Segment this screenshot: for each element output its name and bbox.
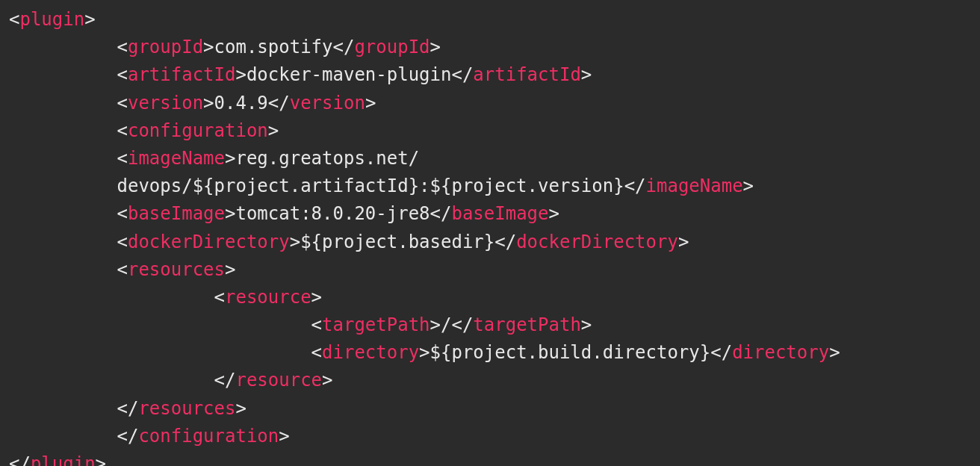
code-line: <configuration> xyxy=(9,117,971,145)
xml-bracket: < xyxy=(9,9,19,30)
xml-text: ${project.basedir} xyxy=(300,232,494,252)
indent xyxy=(9,259,117,280)
xml-bracket: </ xyxy=(451,64,473,85)
xml-tag: directory xyxy=(732,342,829,363)
xml-tag: resource xyxy=(235,370,322,391)
xml-tag: directory xyxy=(322,342,419,363)
xml-tag: configuration xyxy=(138,426,279,447)
xml-bracket: </ xyxy=(494,232,516,252)
xml-bracket: < xyxy=(214,287,225,308)
indent xyxy=(9,232,117,252)
xml-bracket: < xyxy=(117,259,128,280)
xml-bracket: </ xyxy=(430,203,452,224)
xml-bracket: > xyxy=(225,203,235,224)
xml-text: 0.4.9 xyxy=(214,93,268,114)
xml-bracket: > xyxy=(549,203,559,224)
xml-bracket: > xyxy=(96,453,106,466)
indent xyxy=(9,175,117,196)
code-line: </plugin> xyxy=(9,450,971,466)
xml-tag: targetPath xyxy=(322,314,430,335)
indent xyxy=(9,370,214,391)
xml-bracket: > xyxy=(743,175,754,196)
indent xyxy=(9,203,117,224)
xml-bracket: < xyxy=(117,37,128,58)
code-line: <artifactId>docker-maven-plugin</artifac… xyxy=(9,61,971,89)
xml-bracket: < xyxy=(311,314,322,335)
xml-tag: resources xyxy=(138,398,235,419)
xml-bracket: < xyxy=(117,203,128,224)
xml-bracket: </ xyxy=(710,342,732,363)
xml-text: tomcat:8.0.20-jre8 xyxy=(235,203,429,224)
indent xyxy=(9,314,311,335)
xml-tag: plugin xyxy=(31,453,96,466)
xml-tag: groupId xyxy=(354,37,429,58)
xml-bracket: </ xyxy=(268,93,290,114)
code-line: <imageName>reg.greatops.net/ xyxy=(9,145,971,173)
xml-bracket: > xyxy=(430,314,441,335)
code-block: <plugin> <groupId>com.spotify</groupId> … xyxy=(9,6,971,466)
xml-tag: targetPath xyxy=(473,314,581,335)
xml-bracket: > xyxy=(829,342,840,363)
xml-bracket: < xyxy=(117,64,128,85)
xml-bracket: < xyxy=(311,342,322,363)
xml-tag: dockerDirectory xyxy=(128,232,290,252)
code-line: </resources> xyxy=(9,395,971,423)
xml-tag: version xyxy=(290,93,365,114)
xml-bracket: > xyxy=(322,370,332,391)
xml-tag: plugin xyxy=(19,9,84,30)
xml-bracket: > xyxy=(225,259,235,280)
xml-text: com.spotify xyxy=(214,37,333,58)
code-line: <version>0.4.9</version> xyxy=(9,90,971,117)
xml-text: docker-maven-plugin xyxy=(246,64,452,85)
xml-tag: imageName xyxy=(646,175,743,196)
xml-bracket: </ xyxy=(451,314,473,335)
xml-tag: resource xyxy=(225,287,311,308)
code-line: <resource> xyxy=(9,284,971,311)
xml-tag: artifactId xyxy=(128,64,236,85)
xml-text: / xyxy=(441,314,451,335)
code-line: <targetPath>/</targetPath> xyxy=(9,311,971,339)
xml-bracket: < xyxy=(117,93,128,114)
xml-tag: groupId xyxy=(128,37,203,58)
xml-bracket: </ xyxy=(9,453,31,466)
code-line: <directory>${project.build.directory}</d… xyxy=(9,339,971,367)
indent xyxy=(9,287,214,308)
xml-bracket: > xyxy=(84,9,95,30)
xml-bracket: > xyxy=(203,37,214,58)
xml-bracket: </ xyxy=(214,370,236,391)
code-line: <groupId>com.spotify</groupId> xyxy=(9,34,971,61)
indent xyxy=(9,37,117,58)
xml-bracket: </ xyxy=(624,175,646,196)
xml-bracket: > xyxy=(678,232,689,252)
code-line: </configuration> xyxy=(9,423,971,450)
xml-bracket: > xyxy=(268,120,279,141)
xml-tag: resources xyxy=(128,259,225,280)
code-line: <resources> xyxy=(9,256,971,284)
xml-tag: imageName xyxy=(128,148,225,169)
xml-tag: version xyxy=(128,93,203,114)
indent xyxy=(9,148,117,169)
xml-bracket: < xyxy=(117,148,128,169)
xml-tag: artifactId xyxy=(473,64,581,85)
indent xyxy=(9,64,117,85)
xml-text: ${project.build.directory} xyxy=(430,342,711,363)
xml-bracket: < xyxy=(117,232,128,252)
indent xyxy=(9,342,311,363)
indent xyxy=(9,93,117,114)
xml-bracket: > xyxy=(235,398,246,419)
xml-bracket: > xyxy=(279,426,289,447)
xml-bracket: > xyxy=(419,342,429,363)
xml-bracket: < xyxy=(117,120,128,141)
xml-bracket: > xyxy=(365,93,376,114)
xml-bracket: > xyxy=(430,37,441,58)
xml-bracket: > xyxy=(581,314,592,335)
indent xyxy=(9,426,117,447)
code-line: <plugin> xyxy=(9,6,971,34)
xml-bracket: > xyxy=(581,64,592,85)
xml-text: devops/${project.artifactId}:${project.v… xyxy=(117,175,624,196)
xml-tag: dockerDirectory xyxy=(516,232,678,252)
xml-bracket: > xyxy=(235,64,246,85)
xml-tag: configuration xyxy=(128,120,268,141)
xml-bracket: > xyxy=(225,148,235,169)
code-line: <dockerDirectory>${project.basedir}</doc… xyxy=(9,229,971,256)
